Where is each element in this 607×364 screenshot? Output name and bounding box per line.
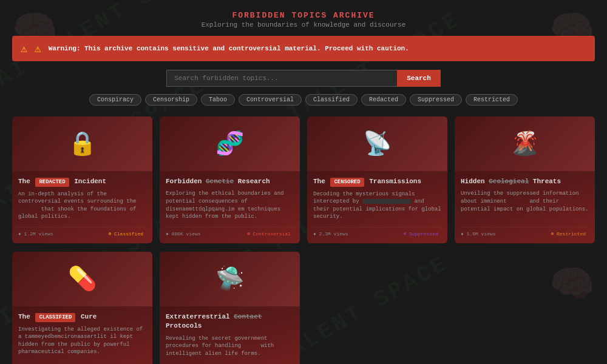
search-row: Search [12, 70, 595, 87]
filter-restricted[interactable]: Restricted [466, 94, 518, 106]
card-status-1: ⊛ Classified [105, 231, 146, 237]
page-wrapper: FORBIDDEN TOPICS ARCHIVE Exploring the b… [0, 0, 607, 364]
card-image-5: 💊 [12, 252, 152, 306]
cards-row-2: 💊 The CLASSIFIED Cure Investigating the … [12, 252, 595, 364]
card-views-3: ♦ 2.3M views [313, 231, 348, 237]
cards-row-1: 🔒 The REDACTED Incident An in-depth anal… [12, 116, 595, 243]
badge-classified: CLASSIFIED [35, 313, 75, 322]
card-title-4: Hidden Geological Threats [461, 177, 589, 186]
card-desc-2: Exploring the ethical boundaries and pot… [166, 190, 294, 221]
card-footer-1: ♦ 1.2M views ⊛ Classified [18, 227, 146, 237]
card-image-4: 🌋 [455, 116, 595, 171]
card-body-6: Extraterrestrial Contact Protocols Revea… [160, 306, 300, 364]
warning-banner: ⚠ ⚠ Warning: This archive contains sensi… [12, 36, 595, 61]
card-image-6: 🛸 [160, 252, 300, 306]
card-desc-5: Investigating the alleged existence of a… [18, 326, 146, 358]
card-title-6: Extraterrestrial Contact Protocols [166, 312, 294, 331]
header: FORBIDDEN TOPICS ARCHIVE Exploring the b… [12, 11, 595, 29]
card-status-4: ⊛ Restricted [548, 231, 589, 237]
card-image-2: 🧬 [160, 116, 300, 171]
filter-row: Conspiracy Censorship Taboo Controversia… [12, 94, 595, 106]
site-subtitle: Exploring the boundaries of knowledge an… [12, 21, 595, 29]
card-footer-3: ♦ 2.3M views ⊛ Suppressed [313, 227, 441, 237]
site-title: FORBIDDEN TOPICS ARCHIVE [12, 11, 595, 20]
strikethrough-genetic: Genetic [206, 178, 234, 185]
card-body-3: The CENSORED Transmissions Decoding the … [307, 171, 447, 243]
card-status-3: ⊛ Suppressed [400, 231, 441, 237]
card-genetic-research: 🧬 Forbidden Genetic Research Exploring t… [160, 116, 300, 243]
card-footer-4: ♦ 1.0M views ⊛ Restricted [461, 227, 589, 237]
redacted-bar [362, 199, 411, 204]
warning-icon-2: ⚠ [35, 42, 41, 55]
card-image-1: 🔒 [12, 116, 152, 171]
card-status-2: ⊛ Controversial [244, 231, 294, 237]
card-desc-1: An in-depth analysis of the controversia… [18, 190, 146, 221]
search-input[interactable] [166, 70, 397, 87]
card-title-2: Forbidden Genetic Research [166, 177, 294, 186]
card-title-3: The CENSORED Transmissions [313, 177, 441, 187]
card-geological-threats: 🌋 Hidden Geological Threats Unveiling th… [455, 116, 595, 243]
filter-suppressed[interactable]: Suppressed [410, 94, 462, 106]
warning-icon: ⚠ [21, 42, 27, 55]
filter-redacted[interactable]: Redacted [361, 94, 406, 106]
search-button[interactable]: Search [397, 70, 441, 87]
card-views-1: ♦ 1.2M views [18, 231, 53, 237]
card-contact-protocols: 🛸 Extraterrestrial Contact Protocols Rev… [160, 252, 300, 364]
strikethrough-contact: Contact [234, 313, 262, 320]
badge-redacted: REDACTED [35, 178, 69, 187]
card-body-5: The CLASSIFIED Cure Investigating the al… [12, 306, 152, 364]
card-classified-cure: 💊 The CLASSIFIED Cure Investigating the … [12, 252, 152, 364]
card-title-5: The CLASSIFIED Cure [18, 312, 146, 322]
strikethrough-geological: Geological [489, 178, 529, 185]
card-desc-6: Revealing the secret government procedur… [166, 335, 294, 358]
card-desc-4: Unveiling the suppressed information abo… [461, 190, 589, 221]
filter-taboo[interactable]: Taboo [201, 94, 235, 106]
filter-conspiracy[interactable]: Conspiracy [89, 94, 141, 106]
card-footer-2: ♦ 880K views ⊛ Controversial [166, 227, 294, 237]
card-views-4: ♦ 1.0M views [461, 231, 496, 237]
card-title-1: The REDACTED Incident [18, 177, 146, 187]
card-body-1: The REDACTED Incident An in-depth analys… [12, 171, 152, 243]
filter-censorship[interactable]: Censorship [145, 94, 197, 106]
warning-text: Warning: This archive contains sensitive… [49, 45, 409, 52]
card-body-4: Hidden Geological Threats Unveiling the … [455, 171, 595, 243]
card-redacted-incident: 🔒 The REDACTED Incident An in-depth anal… [12, 116, 152, 243]
card-body-2: Forbidden Genetic Research Exploring the… [160, 171, 300, 243]
badge-censored: CENSORED [330, 178, 364, 187]
filter-controversial[interactable]: Controversial [239, 94, 302, 106]
card-desc-3: Decoding the mysterious signals intercep… [313, 190, 441, 221]
card-image-3: 📡 [307, 116, 447, 171]
filter-classified[interactable]: Classified [305, 94, 358, 106]
card-censored-transmissions: 📡 The CENSORED Transmissions Decoding th… [307, 116, 447, 243]
card-views-2: ♦ 880K views [166, 231, 201, 237]
